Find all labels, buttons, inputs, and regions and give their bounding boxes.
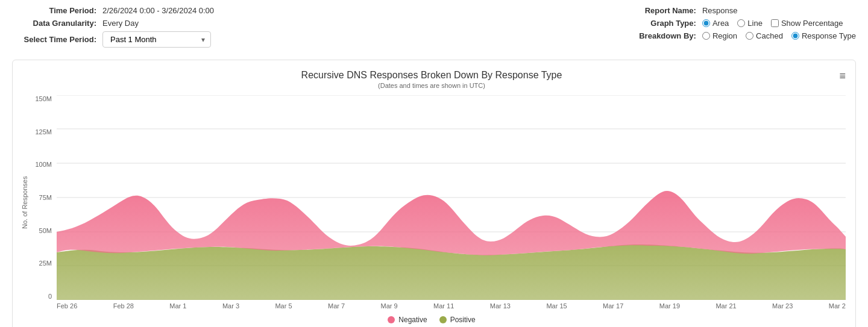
x-label: Mar 1 <box>169 302 186 310</box>
breakdown-response-type-label: Response Type <box>802 31 856 40</box>
x-label: Mar 2 <box>829 302 846 310</box>
x-label: Mar 17 <box>603 302 623 310</box>
x-label: Feb 28 <box>113 302 134 310</box>
time-period-select-wrapper[interactable]: Past 1 MonthPast 3 MonthsPast 6 MonthsPa… <box>102 31 211 48</box>
x-label: Mar 15 <box>546 302 567 310</box>
breakdown-row: Breakdown By: Region Cached Response Typ… <box>612 31 856 40</box>
x-label: Mar 19 <box>659 302 680 310</box>
breakdown-cached-radio[interactable] <box>746 32 753 40</box>
time-period-row: Time Period: 2/26/2024 0:00 - 3/26/2024 … <box>12 6 214 15</box>
breakdown-response-type-radio[interactable] <box>791 32 799 40</box>
graph-type-area[interactable]: Area <box>702 19 729 28</box>
data-granularity-row: Data Granularity: Every Day <box>12 19 214 28</box>
chart-wrap: No. of Responses 150M125M100M75M50M25M0 <box>17 95 846 310</box>
y-label: 0 <box>30 293 52 300</box>
x-label: Mar 11 <box>433 302 454 310</box>
time-period-value: 2/26/2024 0:00 - 3/26/2024 0:00 <box>102 6 214 15</box>
chart-menu-button[interactable]: ≡ <box>839 70 846 83</box>
x-label: Mar 13 <box>490 302 511 310</box>
graph-type-line-radio[interactable] <box>737 19 745 27</box>
left-controls: Time Period: 2/26/2024 0:00 - 3/26/2024 … <box>12 6 214 48</box>
report-name-value: Response <box>702 6 738 15</box>
report-name-row: Report Name: Response <box>612 6 856 15</box>
x-label: Feb 26 <box>57 302 77 310</box>
y-label: 125M <box>30 128 52 135</box>
x-labels: Feb 26Feb 28Mar 1Mar 3Mar 5Mar 7Mar 9Mar… <box>57 302 846 310</box>
x-label: Mar 3 <box>222 302 239 310</box>
y-labels: 150M125M100M75M50M25M0 <box>30 95 57 300</box>
y-label: 100M <box>30 161 52 168</box>
breakdown-group: Region Cached Response Type <box>702 31 856 40</box>
y-label: 50M <box>30 227 52 234</box>
show-percentage-checkbox[interactable] <box>771 19 779 27</box>
negative-area <box>57 191 846 255</box>
chart-container: Recursive DNS Responses Broken Down By R… <box>12 60 856 327</box>
x-label: Mar 7 <box>328 302 345 310</box>
breakdown-cached[interactable]: Cached <box>746 31 783 40</box>
controls-panel: Time Period: 2/26/2024 0:00 - 3/26/2024 … <box>0 0 868 54</box>
x-label: Mar 21 <box>715 302 736 310</box>
graph-type-line[interactable]: Line <box>737 19 763 28</box>
y-label: 25M <box>30 260 52 267</box>
graph-type-row: Graph Type: Area Line Show Percentage <box>612 19 856 28</box>
legend-dot <box>388 316 395 323</box>
graph-type-area-label: Area <box>712 19 729 28</box>
right-controls: Report Name: Response Graph Type: Area L… <box>612 6 856 48</box>
time-period-select[interactable]: Past 1 MonthPast 3 MonthsPast 6 MonthsPa… <box>102 31 211 48</box>
breakdown-region-radio[interactable] <box>702 32 710 40</box>
legend-dot <box>439 316 447 323</box>
breakdown-region-label: Region <box>712 31 737 40</box>
select-time-period-row: Select Time Period: Past 1 MonthPast 3 M… <box>12 31 214 48</box>
select-time-period-label: Select Time Period: <box>12 35 96 44</box>
time-period-label: Time Period: <box>12 6 96 15</box>
chart-subtitle: (Dates and times are shown in UTC) <box>17 82 846 89</box>
data-granularity-value: Every Day <box>102 19 139 28</box>
legend-item: Negative <box>388 316 427 324</box>
main-chart-svg <box>57 95 846 300</box>
graph-type-group: Area Line Show Percentage <box>702 19 843 28</box>
legend-label: Positive <box>450 316 476 324</box>
breakdown-response-type[interactable]: Response Type <box>791 31 856 40</box>
show-percentage-label: Show Percentage <box>781 19 843 28</box>
breakdown-cached-label: Cached <box>756 31 783 40</box>
chart-inner: Recursive DNS Responses Broken Down By R… <box>17 70 846 324</box>
legend-label: Negative <box>398 316 427 324</box>
report-name-label: Report Name: <box>612 6 696 15</box>
x-label: Mar 23 <box>772 302 793 310</box>
graph-type-area-radio[interactable] <box>702 19 710 27</box>
y-axis-label: No. of Responses <box>17 95 30 310</box>
y-label: 150M <box>30 95 52 102</box>
breakdown-region[interactable]: Region <box>702 31 737 40</box>
y-label: 75M <box>30 194 52 201</box>
x-label: Mar 9 <box>381 302 398 310</box>
graph-type-label: Graph Type: <box>612 19 696 28</box>
chart-title: Recursive DNS Responses Broken Down By R… <box>17 70 846 81</box>
data-granularity-label: Data Granularity: <box>12 19 96 28</box>
x-label: Mar 5 <box>275 302 292 310</box>
graph-type-line-label: Line <box>747 19 763 28</box>
legend-item: Positive <box>439 316 476 324</box>
chart-area: Feb 26Feb 28Mar 1Mar 3Mar 5Mar 7Mar 9Mar… <box>57 95 846 310</box>
legend: NegativePositive <box>17 316 846 324</box>
hamburger-icon[interactable]: ≡ <box>839 70 846 82</box>
breakdown-label: Breakdown By: <box>612 31 696 40</box>
show-percentage[interactable]: Show Percentage <box>771 19 843 28</box>
